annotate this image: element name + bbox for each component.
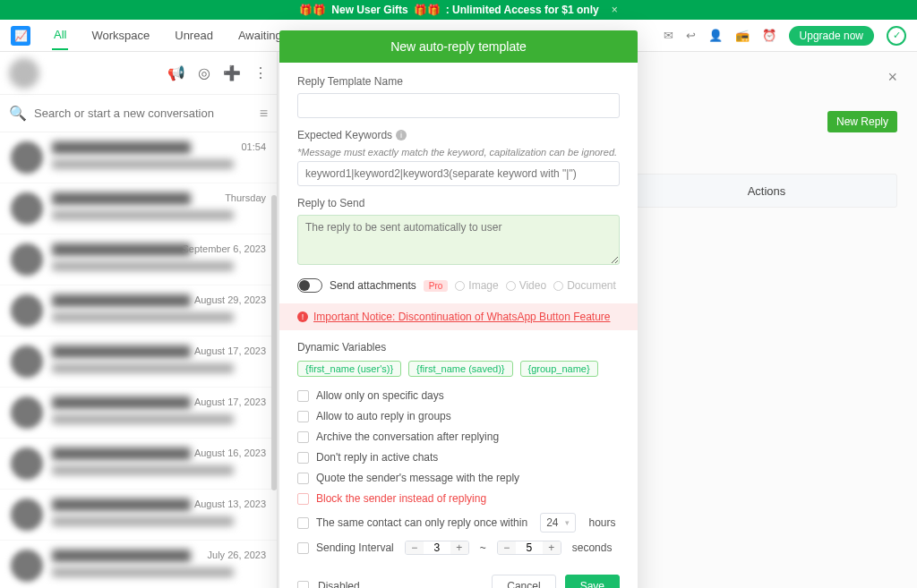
conversation-date: August 13, 2023	[194, 499, 266, 509]
conversation-item[interactable]: August 13, 2023	[0, 490, 277, 541]
chip-group-name[interactable]: {group_name}	[520, 361, 598, 377]
add-icon[interactable]: ➕	[223, 64, 241, 81]
keywords-input[interactable]	[297, 161, 620, 186]
conversation-date: August 17, 2023	[194, 345, 266, 356]
conversation-list[interactable]: 01:54ThursdaySeptember 6, 2023August 29,…	[0, 132, 277, 588]
avatar	[11, 447, 43, 480]
conversation-item[interactable]: July 26, 2023	[0, 541, 277, 588]
inbox-icon[interactable]: ✉	[664, 29, 673, 42]
more-icon[interactable]: ⋮	[253, 64, 268, 81]
gift-icon: 🎁🎁	[299, 4, 326, 16]
interval-from-stepper[interactable]: − +	[405, 541, 469, 555]
notice-link[interactable]: Important Notice: Discontinuation of Wha…	[313, 311, 611, 323]
contact-icon[interactable]: 👤	[708, 29, 723, 42]
search-icon: 🔍	[9, 105, 27, 122]
new-reply-button[interactable]: New Reply	[827, 111, 897, 132]
interval-to-plus[interactable]: +	[543, 541, 561, 554]
status-circle-icon[interactable]: ✓	[887, 26, 906, 46]
reply-textarea[interactable]	[297, 215, 620, 265]
check-specific-days[interactable]: Allow only on specific days	[297, 389, 620, 402]
avatar	[11, 550, 43, 582]
target-icon[interactable]: ◎	[198, 64, 210, 81]
disabled-label: Disabled	[318, 580, 360, 588]
chip-firstname-saved[interactable]: {first_name (saved)}	[408, 361, 512, 377]
disabled-checkbox[interactable]	[297, 581, 309, 589]
avatar	[11, 141, 43, 174]
conversation-item[interactable]: 01:54	[0, 132, 277, 183]
reply-icon[interactable]: ↩	[686, 29, 696, 42]
check-archive[interactable]: Archive the conversation after replying	[297, 430, 620, 443]
conversation-date: July 26, 2023	[208, 550, 266, 560]
warning-icon: !	[297, 311, 308, 322]
tab-all[interactable]: All	[52, 21, 68, 50]
conversation-item[interactable]: September 6, 2023	[0, 234, 277, 285]
app-logo: 📈	[11, 26, 30, 46]
pro-badge: Pro	[424, 280, 449, 292]
avatar	[11, 396, 43, 429]
interval-to-stepper[interactable]: − +	[497, 541, 561, 555]
auto-reply-modal: New auto-reply template Reply Template N…	[279, 30, 638, 588]
save-button[interactable]: Save	[565, 575, 620, 588]
chevron-down-icon: ▾	[565, 518, 570, 527]
keywords-label: Expected Keywords i	[297, 129, 620, 141]
scrollbar[interactable]	[271, 195, 277, 490]
check-same-contact[interactable]: The same contact can only reply once wit…	[297, 513, 620, 533]
interval-to-input[interactable]	[516, 541, 543, 554]
check-quote-sender[interactable]: Quote the sender's message with the repl…	[297, 472, 620, 484]
search-input[interactable]	[34, 107, 260, 120]
hours-select[interactable]: 24 ▾	[540, 513, 576, 533]
promo-banner: 🎁🎁 New User Gifts 🎁🎁 : Unlimited Access …	[0, 0, 917, 20]
table-header-actions: Actions	[636, 174, 897, 208]
interval-to-minus[interactable]: −	[498, 541, 516, 554]
template-name-label: Reply Template Name	[297, 75, 620, 88]
conversation-date: August 17, 2023	[194, 396, 266, 407]
conversation-item[interactable]: Thursday	[0, 183, 277, 234]
announce-icon[interactable]: 📢	[167, 64, 185, 81]
conversation-item[interactable]: August 29, 2023	[0, 285, 277, 337]
gift-icon: 🎁🎁	[414, 4, 441, 16]
attachments-label: Send attachments	[330, 279, 416, 292]
interval-from-minus[interactable]: −	[406, 541, 424, 554]
check-block-sender[interactable]: Block the sender instead of replying	[297, 492, 620, 505]
conversation-item[interactable]: August 17, 2023	[0, 388, 277, 439]
dynamic-chips: {first_name (user's)} {first_name (saved…	[297, 361, 620, 377]
conversation-item[interactable]: August 17, 2023	[0, 337, 277, 388]
cancel-button[interactable]: Cancel	[492, 575, 555, 588]
close-banner-icon[interactable]: ×	[612, 4, 618, 16]
avatar	[11, 243, 43, 276]
info-icon[interactable]: i	[396, 130, 407, 141]
check-dont-reply-active[interactable]: Don't reply in active chats	[297, 451, 620, 464]
banner-text: New User Gifts	[331, 4, 407, 16]
tab-unread[interactable]: Unread	[173, 21, 215, 49]
modal-footer: Disabled Cancel Save	[279, 564, 638, 588]
conversation-date: 01:54	[241, 141, 266, 152]
attach-document-option[interactable]: Document	[553, 279, 616, 292]
interval-from-plus[interactable]: +	[450, 541, 468, 554]
broadcast-icon[interactable]: 📻	[735, 29, 750, 42]
conversation-sidebar: 📢 ◎ ➕ ⋮ 🔍 ≡ 01:54ThursdaySeptember 6, 20…	[0, 52, 278, 588]
clock-icon[interactable]: ⏰	[762, 29, 776, 42]
check-sending-interval[interactable]: Sending Interval − + ~ − + seconds	[297, 541, 620, 555]
modal-title: New auto-reply template	[279, 30, 638, 63]
conversation-date: September 6, 2023	[182, 243, 266, 254]
conversation-item[interactable]: August 16, 2023	[0, 439, 277, 490]
template-name-input[interactable]	[297, 93, 620, 118]
notice-bar: ! Important Notice: Discontinuation of W…	[279, 303, 638, 330]
tab-workspace[interactable]: Workspace	[90, 21, 151, 49]
reply-label: Reply to Send	[297, 197, 620, 209]
attachments-toggle[interactable]	[297, 278, 322, 293]
close-panel-icon[interactable]: ×	[887, 68, 897, 87]
avatar[interactable]	[9, 58, 39, 89]
keywords-help: *Message must exactly match the keyword,…	[297, 147, 620, 158]
avatar	[11, 345, 43, 378]
avatar	[11, 499, 43, 531]
filter-icon[interactable]: ≡	[260, 106, 268, 122]
chip-firstname-user[interactable]: {first_name (user's)}	[297, 361, 401, 377]
attachments-row: Send attachments Pro Image Video Documen…	[297, 278, 620, 293]
avatar	[11, 192, 43, 225]
interval-from-input[interactable]	[424, 541, 450, 554]
check-reply-groups[interactable]: Allow to auto reply in groups	[297, 410, 620, 422]
attach-video-option[interactable]: Video	[506, 279, 546, 292]
upgrade-button[interactable]: Upgrade now	[789, 26, 874, 46]
attach-image-option[interactable]: Image	[455, 279, 498, 292]
